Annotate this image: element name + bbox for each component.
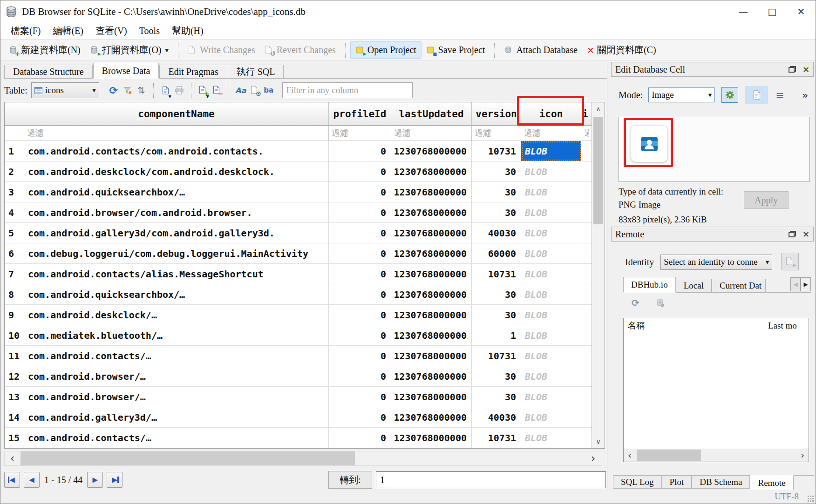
filter-any-column-input[interactable] xyxy=(282,82,413,98)
remote-refresh-icon[interactable]: ⟳ xyxy=(632,297,639,309)
profile-id-cell[interactable]: 0 xyxy=(329,346,391,366)
version-cell[interactable]: 1 xyxy=(472,325,521,345)
first-page-button[interactable]: ◀ xyxy=(4,472,20,488)
last-updated-cell[interactable]: 1230768000000 xyxy=(391,223,472,243)
remote-list-scrollbar[interactable]: ‹ › xyxy=(624,449,809,462)
version-cell[interactable]: 30 xyxy=(472,366,521,386)
menu-help[interactable]: 幫助(H) xyxy=(167,24,208,38)
tab-remote[interactable]: Remote xyxy=(750,475,793,491)
component-name-cell[interactable]: com.android.browser/com.android.browser. xyxy=(24,202,329,222)
overflow-cell[interactable] xyxy=(581,182,592,202)
save-table-dropdown-icon[interactable]: ▾ xyxy=(169,93,171,100)
overflow-cell[interactable] xyxy=(581,264,592,284)
open-database-dropdown-icon[interactable]: ▾ xyxy=(165,46,169,54)
print-button[interactable] xyxy=(172,83,186,98)
find-button[interactable]: ⊙ xyxy=(248,83,262,98)
row-number-cell[interactable]: 7 xyxy=(5,264,24,284)
overflow-cell[interactable] xyxy=(581,141,592,161)
last-updated-cell[interactable]: 1230768000000 xyxy=(391,305,472,325)
version-cell[interactable]: 10731 xyxy=(472,141,521,161)
component-name-cell[interactable]: com.android.contacts/… xyxy=(24,428,329,448)
tab-dbhub[interactable]: DBHub.io xyxy=(623,277,676,293)
version-cell[interactable]: 10731 xyxy=(472,264,521,284)
row-number-cell[interactable]: 15 xyxy=(5,428,24,448)
icon-blob-cell[interactable]: BLOB xyxy=(521,264,581,284)
profile-id-cell[interactable]: 0 xyxy=(329,366,391,386)
goto-record-input[interactable] xyxy=(376,471,606,488)
last-updated-cell[interactable]: 1230768000000 xyxy=(391,141,472,161)
last-updated-cell[interactable]: 1230768000000 xyxy=(391,325,472,345)
column-header-partial[interactable]: i xyxy=(581,102,592,126)
tab-scroll-left-icon[interactable]: ◀ xyxy=(790,277,801,291)
previous-page-button[interactable]: ◀ xyxy=(24,472,40,488)
icon-blob-cell[interactable]: BLOB xyxy=(521,305,581,325)
last-updated-cell[interactable]: 1230768000000 xyxy=(391,284,472,304)
goto-button[interactable]: 轉到: xyxy=(328,471,372,489)
profile-id-cell[interactable]: 0 xyxy=(329,223,391,243)
version-cell[interactable]: 30 xyxy=(472,161,521,181)
row-number-cell[interactable]: 8 xyxy=(5,284,24,304)
component-name-cell[interactable]: com.android.quicksearchbox/… xyxy=(24,284,329,304)
close-panel-icon[interactable]: ✕ xyxy=(802,65,809,74)
component-name-cell[interactable]: com.android.browser/… xyxy=(24,387,329,407)
insert-record-button[interactable]: + ▾ xyxy=(196,83,210,98)
revert-changes-button[interactable]: ↺ Revert Changes xyxy=(260,42,340,58)
minimize-icon[interactable]: — xyxy=(729,0,758,23)
clear-filters-button[interactable] xyxy=(121,83,135,98)
filter-partial-input[interactable] xyxy=(581,126,592,141)
open-database-button[interactable]: ▸ 打開資料庫(O) ▾ xyxy=(85,41,173,59)
icon-blob-cell[interactable]: BLOB xyxy=(521,141,581,161)
tab-plot[interactable]: Plot xyxy=(662,476,692,489)
vertical-scrollbar-thumb[interactable] xyxy=(593,117,603,224)
last-updated-cell[interactable]: 1230768000000 xyxy=(391,428,472,448)
last-updated-cell[interactable]: 1230768000000 xyxy=(391,387,472,407)
profile-id-cell[interactable]: 0 xyxy=(329,325,391,345)
text-mode-button[interactable] xyxy=(745,86,768,104)
profile-id-cell[interactable]: 0 xyxy=(329,387,391,407)
last-updated-cell[interactable]: 1230768000000 xyxy=(391,346,472,366)
version-cell[interactable]: 30 xyxy=(472,202,521,222)
icon-blob-cell[interactable]: BLOB xyxy=(521,223,581,243)
scroll-up-icon[interactable]: ∧ xyxy=(592,102,605,115)
tab-edit-pragmas[interactable]: Edit Pragmas xyxy=(159,65,227,78)
component-name-cell[interactable]: com.android.gallery3d/… xyxy=(24,407,329,427)
delete-record-button[interactable]: − xyxy=(210,83,224,98)
overflow-cell[interactable] xyxy=(581,223,592,243)
last-updated-cell[interactable]: 1230768000000 xyxy=(391,161,472,181)
column-header-profileId[interactable]: profileId xyxy=(329,102,391,126)
component-name-cell[interactable]: com.android.quicksearchbox/… xyxy=(24,182,329,202)
profile-id-cell[interactable]: 0 xyxy=(329,264,391,284)
overflow-cell[interactable] xyxy=(581,202,592,222)
filter-componentName-input[interactable] xyxy=(24,126,328,141)
profile-id-cell[interactable]: 0 xyxy=(329,202,391,222)
scroll-left-icon[interactable]: ‹ xyxy=(624,449,636,462)
more-tools-icon[interactable]: » xyxy=(802,89,808,101)
profile-id-cell[interactable]: 0 xyxy=(329,407,391,427)
last-updated-cell[interactable]: 1230768000000 xyxy=(391,264,472,284)
overflow-cell[interactable] xyxy=(581,346,592,366)
close-database-button[interactable]: ✕ 關閉資料庫(C) xyxy=(582,41,661,59)
column-header-icon[interactable]: icon xyxy=(521,102,581,126)
version-cell[interactable]: 10731 xyxy=(472,346,521,366)
identity-select[interactable]: Select an identity to conne ▾ xyxy=(660,255,772,270)
resize-grip-icon[interactable] xyxy=(807,495,814,502)
tab-current-database[interactable]: Current Dat xyxy=(712,279,766,292)
profile-id-cell[interactable]: 0 xyxy=(329,428,391,448)
grid-vertical-scrollbar[interactable]: ∧ ∨ xyxy=(592,102,605,448)
word-wrap-icon[interactable]: ≡ xyxy=(775,89,784,101)
insert-record-dropdown-icon[interactable]: ▾ xyxy=(206,93,209,100)
table-select[interactable]: icons ▾ xyxy=(31,82,99,98)
last-page-button[interactable]: ▶ xyxy=(107,472,122,488)
version-cell[interactable]: 30 xyxy=(472,284,521,304)
row-number-cell[interactable]: 9 xyxy=(5,305,24,325)
last-updated-cell[interactable]: 1230768000000 xyxy=(391,202,472,222)
remote-list-header-name[interactable]: 名稱 xyxy=(624,320,765,332)
icon-blob-cell[interactable]: BLOB xyxy=(521,325,581,345)
identity-action-button[interactable]: ▸ xyxy=(781,253,799,270)
grid-horizontal-scrollbar[interactable]: ‹ › xyxy=(4,451,602,466)
icon-blob-cell[interactable]: BLOB xyxy=(521,366,581,386)
row-number-cell[interactable]: 12 xyxy=(5,366,24,386)
version-cell[interactable]: 40030 xyxy=(472,407,521,427)
row-number-cell[interactable]: 10 xyxy=(5,325,24,345)
last-updated-cell[interactable]: 1230768000000 xyxy=(391,366,472,386)
